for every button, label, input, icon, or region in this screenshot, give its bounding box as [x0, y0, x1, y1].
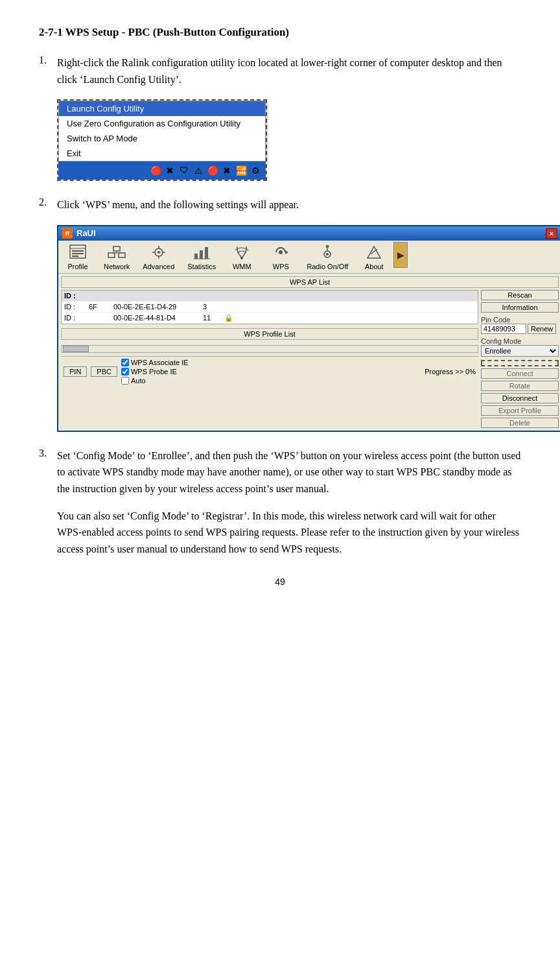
wps-associate-ie-input[interactable] — [121, 359, 129, 366]
wps-probe-ie-input[interactable] — [121, 368, 129, 375]
taskbar-icon-7: 📶 — [235, 164, 248, 177]
step-2-text: Click ‘WPS’ menu, and the following sett… — [57, 197, 521, 213]
svg-rect-5 — [108, 253, 115, 257]
ap-row1-id: ID : — [64, 314, 84, 322]
toolbar-profile[interactable]: Profile — [58, 242, 97, 272]
toolbar-wmm-label: WMM — [233, 263, 251, 270]
wps-probe-ie-checkbox[interactable]: WPS Probe IE — [121, 368, 189, 375]
config-mode-select[interactable]: Enrollee Registrar — [481, 345, 559, 357]
toolbar-network-label: Network — [104, 263, 130, 270]
toolbar-wmm[interactable]: WMM — [222, 242, 261, 272]
page-title: 2-7-1 WPS Setup - PBC (Push-Button Confi… — [39, 26, 521, 39]
rotate-button[interactable]: Rotate — [481, 381, 559, 391]
ap-row1-lock-icon: 🔒 — [224, 314, 235, 322]
taskbar-icon-3: 🛡 — [178, 164, 191, 177]
about-icon — [364, 243, 384, 261]
step-2-number: 2. — [39, 197, 57, 213]
step-2: 2. Click ‘WPS’ menu, and the following s… — [39, 197, 521, 432]
ap-row1-mac: 00-0E-2E-44-81-D4 — [113, 314, 198, 322]
svg-rect-2 — [72, 250, 84, 252]
context-menu-item-launch[interactable]: Launch Config Utility — [59, 101, 265, 116]
raui-toolbar: Profile Network — [58, 241, 560, 274]
statistics-icon — [191, 243, 212, 261]
svg-rect-7 — [113, 246, 120, 251]
toolbar-wps-label: WPS — [273, 263, 289, 270]
raui-screenshot: R RaUI × — [57, 225, 521, 432]
toolbar-statistics-label: Statistics — [187, 263, 216, 270]
progress-text: Progress >> 0% — [425, 368, 476, 375]
delete-button[interactable]: Delete — [481, 418, 559, 428]
ap-row0-mac: 00-0E-2E-E1-D4-29 — [113, 303, 198, 311]
network-icon — [106, 243, 127, 261]
auto-input[interactable] — [121, 377, 129, 385]
scrollbar-thumb[interactable] — [63, 346, 89, 352]
config-mode-section: Config Mode Enrollee Registrar — [481, 336, 559, 357]
context-menu-item-ap-mode[interactable]: Switch to AP Mode — [59, 131, 265, 146]
taskbar-icon-1: 🔴 — [149, 164, 162, 177]
step-1-number: 1. — [39, 54, 57, 88]
svg-point-25 — [326, 253, 329, 256]
toolbar-statistics[interactable]: Statistics — [181, 242, 222, 272]
ap-row0-val: 6F — [89, 303, 108, 311]
ap-list-row-1[interactable]: ID : 00-0E-2E-44-81-D4 11 🔒 — [62, 313, 478, 324]
auto-label: Auto — [131, 377, 146, 385]
raui-logo-icon: R — [62, 228, 73, 239]
export-profile-button[interactable]: Export Profile — [481, 405, 559, 416]
taskbar-icons-area: 🔴 ✖ 🛡 ⚠ 🔴 ✖ 📶 ⚙ — [149, 164, 262, 177]
pin-code-label: Pin Code — [481, 316, 559, 324]
advanced-icon — [148, 243, 169, 261]
ap-list-table: ID : ID : 6F 00-0E-2E-E1-D4-29 3 — [61, 290, 478, 324]
disconnect-button[interactable]: Disconnect — [481, 393, 559, 403]
raui-close-button[interactable]: × — [546, 228, 557, 239]
svg-marker-22 — [285, 250, 288, 254]
taskbar-icon-2: ✖ — [163, 164, 176, 177]
svg-point-23 — [279, 250, 283, 254]
svg-rect-6 — [119, 253, 125, 257]
connect-button[interactable]: Connect — [481, 368, 559, 379]
renew-button[interactable]: Renew — [528, 324, 556, 334]
svg-rect-4 — [72, 256, 78, 257]
toolbar-advanced-label: Advanced — [143, 263, 174, 270]
pin-code-section: Pin Code Renew — [481, 315, 559, 334]
wps-ap-list-label: WPS AP List — [61, 276, 559, 288]
pin-button[interactable]: PIN — [64, 366, 87, 377]
step-3-number: 3. — [39, 447, 57, 497]
context-menu: Launch Config Utility Use Zero Configura… — [58, 101, 266, 161]
step-3-text-part1: Set ‘Config Mode’ to ‘Enrollee’, and the… — [57, 447, 521, 497]
config-mode-row: Enrollee Registrar — [481, 345, 559, 357]
wps-associate-ie-checkbox[interactable]: WPS Associate IE — [121, 359, 189, 366]
profile-icon — [67, 243, 88, 261]
rescan-button[interactable]: Rescan — [481, 290, 559, 300]
pbc-button[interactable]: PBC — [91, 366, 117, 377]
context-menu-item-exit[interactable]: Exit — [59, 146, 265, 161]
wps-icon — [270, 243, 291, 261]
context-menu-item-zero-config[interactable]: Use Zero Configuration as Configuration … — [59, 116, 265, 131]
toolbar-about-label: About — [365, 263, 384, 270]
toolbar-radio[interactable]: Radio On/Off — [300, 242, 355, 272]
svg-point-12 — [158, 251, 160, 254]
pin-code-input[interactable] — [481, 324, 526, 334]
step-3-text-part2: You can also set ‘Config Mode’ to ‘Regis… — [57, 508, 521, 558]
config-mode-dashed-highlight — [481, 360, 559, 366]
checkboxes-area: WPS Associate IE WPS Probe IE Auto — [121, 359, 189, 385]
wps-profile-list-label: WPS Profile List — [61, 328, 478, 340]
config-mode-label: Config Mode — [481, 337, 559, 345]
ap-list-row-0[interactable]: ID : 6F 00-0E-2E-E1-D4-29 3 — [62, 302, 478, 313]
context-menu-dashed-border: Launch Config Utility Use Zero Configura… — [57, 99, 267, 181]
horizontal-scrollbar[interactable] — [61, 345, 478, 353]
taskbar-strip: 🔴 ✖ 🛡 ⚠ 🔴 ✖ 📶 ⚙ — [58, 161, 266, 180]
raui-content-area: WPS AP List ID : — [58, 274, 560, 431]
taskbar-icon-4: ⚠ — [192, 164, 205, 177]
auto-checkbox[interactable]: Auto — [121, 377, 189, 385]
ap-row0-id: ID : — [64, 303, 84, 311]
raui-title-text: RaUI — [76, 228, 96, 238]
information-button[interactable]: Information — [481, 302, 559, 313]
toolbar-about[interactable]: About — [355, 242, 393, 272]
step-1-text: Right-click the Ralink configuration uti… — [57, 54, 521, 88]
toolbar-advanced[interactable]: Advanced — [136, 242, 181, 272]
toolbar-scroll-right[interactable]: ▶ — [393, 242, 408, 268]
ap-list-header: ID : — [62, 291, 478, 302]
toolbar-network[interactable]: Network — [97, 242, 136, 272]
toolbar-wps[interactable]: WPS — [261, 242, 300, 272]
wmm-icon — [231, 243, 252, 261]
